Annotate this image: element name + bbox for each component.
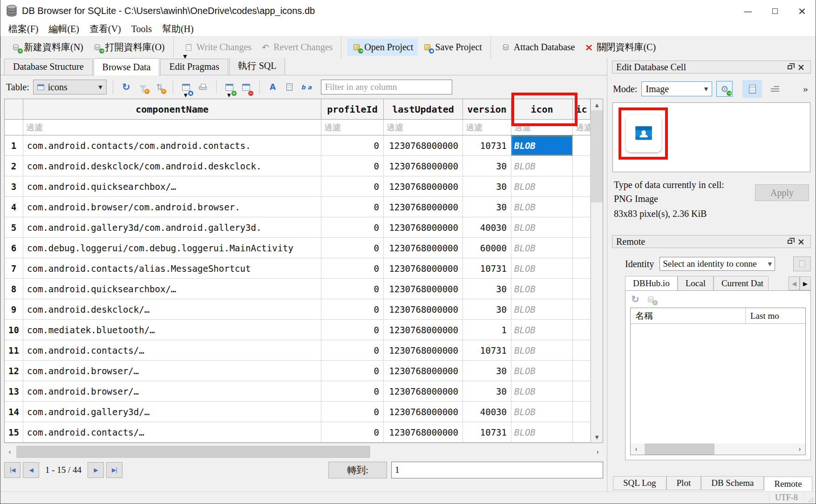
tab-local[interactable]: Local — [678, 276, 714, 290]
cell-profileid[interactable]: 0 — [321, 176, 384, 196]
condensed-mode-button[interactable]: b a — [299, 80, 313, 94]
cell-componentname[interactable]: com.android.quicksearchbox/… — [23, 176, 321, 196]
cell-componentname[interactable]: com.android.gallery3d/… — [23, 402, 321, 422]
delete-record-button[interactable]: − — [239, 80, 253, 94]
cell-icon[interactable]: BLOB — [511, 320, 573, 340]
cell-profileid[interactable]: 0 — [321, 299, 384, 319]
cell-row-number[interactable]: 14 — [5, 402, 23, 422]
cell-partial[interactable] — [573, 361, 591, 381]
cell-version[interactable]: 30 — [463, 156, 511, 176]
cell-version[interactable]: 10731 — [463, 258, 511, 278]
tab-current-database[interactable]: Current Dat — [714, 276, 768, 290]
tab-plot[interactable]: Plot — [666, 476, 701, 490]
open-database-button[interactable]: → 打開資料庫(O) — [88, 38, 170, 57]
cell-profileid[interactable]: 0 — [321, 381, 384, 401]
refresh-icon[interactable]: ↻ — [631, 294, 639, 305]
cell-partial[interactable] — [573, 381, 591, 401]
cell-partial[interactable] — [573, 279, 591, 299]
edit-cell-toggle-button[interactable] — [283, 80, 297, 94]
scroll-right-icon[interactable]: › — [592, 446, 603, 458]
column-filter-icon[interactable]: 過濾 — [511, 120, 573, 135]
cell-profileid[interactable]: 0 — [321, 258, 384, 278]
cell-icon[interactable]: BLOB — [511, 299, 573, 319]
cell-componentname[interactable]: com.android.browser/com.android.browser. — [23, 197, 321, 217]
column-header-profileid[interactable]: profileId — [321, 99, 384, 119]
cell-row-number[interactable]: 6 — [5, 238, 23, 258]
scroll-down-icon[interactable]: ▼ — [591, 431, 603, 443]
cell-partial[interactable] — [573, 176, 591, 196]
cell-version[interactable]: 10731 — [463, 340, 511, 360]
new-database-button[interactable]: + 新建資料庫(N) — [7, 38, 88, 57]
cell-partial[interactable] — [573, 135, 591, 155]
cell-componentname[interactable]: com.android.deskclock/com.android.deskcl… — [23, 156, 321, 176]
cell-lastupdated[interactable]: 1230768000000 — [384, 279, 463, 299]
cell-lastupdated[interactable]: 1230768000000 — [384, 156, 463, 176]
cell-lastupdated[interactable]: 1230768000000 — [384, 135, 463, 155]
cell-lastupdated[interactable]: 1230768000000 — [384, 381, 463, 401]
cell-lastupdated[interactable]: 1230768000000 — [384, 361, 463, 381]
cell-componentname[interactable]: com.android.contacts/… — [23, 422, 321, 442]
cell-version[interactable]: 30 — [463, 197, 511, 217]
cell-componentname[interactable]: com.android.browser/… — [23, 361, 321, 381]
print-button[interactable] — [196, 80, 210, 94]
cell-icon[interactable]: BLOB — [511, 197, 573, 217]
cell-profileid[interactable]: 0 — [321, 238, 384, 258]
close-panel-button[interactable]: × — [796, 236, 807, 247]
cell-componentname[interactable]: com.android.deskclock/… — [23, 299, 321, 319]
cell-version[interactable]: 30 — [463, 279, 511, 299]
cell-lastupdated[interactable]: 1230768000000 — [384, 320, 463, 340]
attach-database-button[interactable]: Attach Database — [496, 39, 580, 56]
cell-version[interactable]: 30 — [463, 361, 511, 381]
cell-version[interactable]: 10731 — [463, 422, 511, 442]
save-project-button[interactable]: ▪ Save Project — [418, 39, 487, 56]
tab-sql-log[interactable]: SQL Log — [613, 476, 666, 490]
cell-lastupdated[interactable]: 1230768000000 — [384, 299, 463, 319]
revert-changes-button[interactable]: ↶ Revert Changes — [256, 39, 337, 56]
apply-button[interactable]: Apply — [755, 184, 809, 201]
scroll-left-icon[interactable]: ‹ — [631, 444, 642, 455]
tab-remote[interactable]: Remote — [764, 477, 812, 491]
scroll-right-icon[interactable]: › — [794, 444, 805, 455]
cell-icon[interactable]: BLOB — [511, 156, 573, 176]
cell-row-number[interactable]: 12 — [5, 361, 23, 381]
cell-version[interactable]: 10731 — [463, 135, 511, 155]
menu-help[interactable]: 幫助(H) — [157, 23, 199, 35]
cell-componentname[interactable]: com.debug.loggerui/com.debug.loggerui.Ma… — [23, 238, 321, 258]
column-filter-row-number[interactable] — [5, 120, 23, 135]
cell-profileid[interactable]: 0 — [321, 197, 384, 217]
cell-icon[interactable]: BLOB — [511, 258, 573, 278]
cell-row-number[interactable]: 4 — [5, 197, 23, 217]
cell-version[interactable]: 30 — [463, 176, 511, 196]
cell-row-number[interactable]: 11 — [5, 340, 23, 360]
cell-icon[interactable]: BLOB — [511, 279, 573, 299]
cell-lastupdated[interactable]: 1230768000000 — [384, 422, 463, 442]
tab-database-structure[interactable]: Database Structure — [4, 59, 93, 75]
cell-profileid[interactable]: 0 — [321, 279, 384, 299]
open-project-button[interactable]: → Open Project — [347, 39, 418, 56]
column-header-version[interactable]: version — [463, 99, 511, 119]
cell-componentname[interactable]: com.android.quicksearchbox/… — [23, 279, 321, 299]
tab-execute-sql[interactable]: 執行 SQL — [229, 57, 286, 75]
resize-grip-icon[interactable] — [807, 496, 814, 503]
tab-edit-pragmas[interactable]: Edit Pragmas — [160, 59, 228, 75]
float-panel-button[interactable] — [784, 65, 796, 69]
remote-scrollbar-thumb[interactable] — [645, 444, 714, 455]
column-header-partial[interactable]: ic — [573, 99, 591, 119]
menu-file[interactable]: 檔案(F) — [3, 23, 43, 35]
cell-lastupdated[interactable]: 1230768000000 — [384, 197, 463, 217]
cell-partial[interactable] — [573, 217, 591, 237]
float-panel-button[interactable] — [784, 240, 796, 244]
import-data-button[interactable]: ⚙ → — [716, 81, 733, 97]
next-page-button[interactable]: ▶ — [88, 462, 104, 478]
maximize-button[interactable]: □ — [762, 0, 789, 21]
cell-partial[interactable] — [573, 238, 591, 258]
cell-row-number[interactable]: 5 — [5, 217, 23, 237]
remote-horizontal-scrollbar[interactable]: ‹ › — [631, 444, 805, 455]
column-filter-lastupdated[interactable]: 過濾 — [384, 120, 463, 135]
save-table-button[interactable]: ▪▼ — [179, 80, 193, 94]
goto-record-input[interactable] — [391, 462, 603, 478]
cell-lastupdated[interactable]: 1230768000000 — [384, 402, 463, 422]
cell-partial[interactable] — [573, 197, 591, 217]
cell-version[interactable]: 40030 — [463, 217, 511, 237]
cell-profileid[interactable]: 0 — [321, 135, 384, 155]
